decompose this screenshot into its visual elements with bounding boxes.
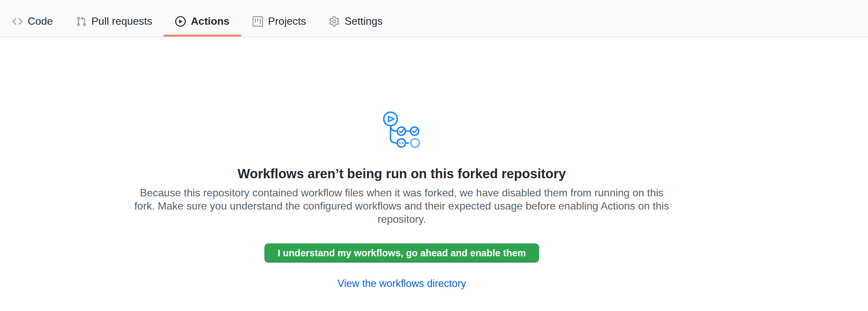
tab-code[interactable]: Code [1, 6, 65, 37]
page-title: Workflows aren’t being run on this forke… [0, 166, 803, 181]
tab-pull-requests[interactable]: Pull requests [65, 6, 164, 37]
gear-icon [329, 16, 340, 27]
code-icon [12, 16, 23, 27]
git-pull-request-icon [76, 16, 87, 27]
tab-projects-label: Projects [268, 15, 306, 27]
link-row: View the workflows directory [0, 278, 803, 289]
workflow-graph-icon [383, 111, 421, 149]
content-area: Workflows aren’t being run on this forke… [0, 37, 803, 289]
view-workflows-directory-link[interactable]: View the workflows directory [338, 278, 466, 289]
enable-workflows-button[interactable]: I understand my workflows, go ahead and … [265, 244, 539, 262]
tab-actions-label: Actions [191, 15, 229, 27]
repo-tab-nav: Code Pull requests Actions Projects Sett [0, 0, 868, 37]
blankslate-description: Because this repository contained workfl… [130, 186, 673, 226]
actions-disabled-blankslate: Workflows aren’t being run on this forke… [0, 37, 803, 289]
tab-projects[interactable]: Projects [241, 6, 318, 37]
tab-settings-label: Settings [344, 15, 383, 27]
play-icon [175, 16, 186, 27]
tab-code-label: Code [28, 15, 53, 27]
button-row: I understand my workflows, go ahead and … [0, 244, 803, 262]
tab-settings[interactable]: Settings [317, 6, 394, 37]
project-icon [253, 16, 263, 27]
actions-page: Code Pull requests Actions Projects Sett [0, 0, 868, 311]
tab-actions[interactable]: Actions [164, 6, 241, 37]
tab-pull-requests-label: Pull requests [92, 15, 152, 27]
